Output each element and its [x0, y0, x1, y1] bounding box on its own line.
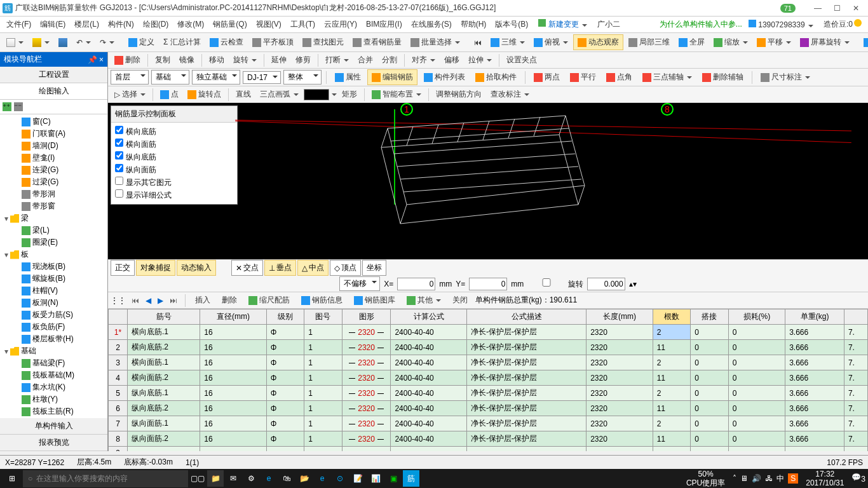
- cell[interactable]: 2320: [342, 340, 391, 355]
- cell[interactable]: 0: [691, 401, 729, 416]
- cell[interactable]: 2320: [342, 431, 391, 447]
- merge-button[interactable]: 合并: [354, 53, 377, 67]
- cell[interactable]: 3.666: [785, 386, 844, 401]
- stretch-button[interactable]: 拉伸: [465, 53, 496, 67]
- task-view[interactable]: ▢▢: [189, 470, 206, 487]
- offset-button[interactable]: 偏移: [440, 53, 463, 67]
- attr-button[interactable]: 属性: [331, 70, 365, 85]
- opt-vbot[interactable]: 纵向底筋: [114, 151, 234, 163]
- cell[interactable]: [653, 447, 691, 452]
- del-aux-button[interactable]: 删除辅轴: [698, 70, 747, 85]
- tree-slab-group[interactable]: ▾板: [1, 248, 106, 261]
- cell[interactable]: 0: [728, 431, 785, 447]
- cell[interactable]: 0: [691, 431, 729, 447]
- cell[interactable]: 2320: [587, 431, 653, 447]
- tree-ring[interactable]: 圈梁(E): [1, 236, 106, 248]
- mirror-button[interactable]: 镜像: [175, 53, 198, 67]
- table-row[interactable]: 4横向面筋.216Φ123202400-40-40净长-保护层-保护层23201…: [109, 370, 868, 386]
- insert-row-button[interactable]: 插入: [191, 293, 214, 308]
- tree-cast[interactable]: 现浇板(B): [1, 261, 106, 273]
- cell[interactable]: 2320: [587, 416, 653, 431]
- cell[interactable]: [304, 447, 342, 452]
- col-header[interactable]: 公式描述: [467, 309, 587, 325]
- cell[interactable]: 0: [728, 355, 785, 370]
- cell[interactable]: Φ: [266, 431, 304, 447]
- opt-detail[interactable]: 显示详细公式: [114, 189, 234, 201]
- tray-net-icon[interactable]: 🖧: [765, 474, 773, 483]
- pin-icon[interactable]: 📌 ×: [88, 55, 104, 64]
- cell[interactable]: 16: [200, 401, 267, 416]
- point-tool[interactable]: 点: [156, 87, 182, 102]
- cell[interactable]: 7.: [844, 431, 867, 447]
- tree-found-group[interactable]: ▾基础: [1, 345, 106, 357]
- cell[interactable]: Φ: [266, 386, 304, 401]
- close-button[interactable]: ✕: [846, 2, 865, 15]
- cell[interactable]: 6: [109, 401, 128, 416]
- cell[interactable]: 16: [200, 416, 267, 431]
- cell[interactable]: 0: [691, 340, 729, 355]
- three-aux-button[interactable]: 三点辅轴: [639, 70, 696, 85]
- menu-help[interactable]: 帮助(H): [457, 17, 491, 32]
- sum-button[interactable]: Σ 汇总计算: [159, 35, 205, 50]
- rotate-button[interactable]: 旋转: [229, 53, 261, 67]
- cell[interactable]: 1: [304, 355, 342, 370]
- edge[interactable]: e: [261, 470, 277, 487]
- cell[interactable]: 2400-40-40: [391, 416, 467, 431]
- cell[interactable]: 横向底筋.2: [128, 340, 200, 355]
- phone-number[interactable]: 13907298339: [743, 20, 818, 29]
- cell[interactable]: 纵向底筋.1: [128, 386, 200, 401]
- cell[interactable]: 0: [728, 340, 785, 355]
- cell[interactable]: 0: [728, 370, 785, 386]
- cell[interactable]: Φ: [266, 325, 304, 340]
- table-row[interactable]: 9: [109, 447, 868, 452]
- cell[interactable]: 3.666: [785, 416, 844, 431]
- col-header[interactable]: 长度(mm): [587, 309, 653, 325]
- cell[interactable]: 0: [691, 416, 729, 431]
- app2[interactable]: ✉: [225, 470, 241, 487]
- app4[interactable]: ⊙: [332, 470, 348, 487]
- undo-button[interactable]: ↶: [72, 36, 95, 49]
- tree-wallhole[interactable]: 墙洞(D): [1, 140, 106, 152]
- ime[interactable]: 中: [776, 473, 784, 484]
- cell[interactable]: 16: [200, 370, 267, 386]
- cell[interactable]: [467, 447, 587, 452]
- cell[interactable]: [342, 447, 391, 452]
- cell[interactable]: 净长-保护层-保护层: [467, 401, 587, 416]
- cell[interactable]: 2320: [587, 340, 653, 355]
- tree-window[interactable]: 窗(C): [1, 116, 106, 128]
- ime-s[interactable]: S: [788, 473, 798, 484]
- cell[interactable]: 11: [653, 401, 691, 416]
- table-row[interactable]: 6纵向底筋.216Φ123202400-40-40净长-保护层-保护层23201…: [109, 401, 868, 416]
- cell[interactable]: 2320: [587, 401, 653, 416]
- view-rebar-button[interactable]: 查看钢筋量: [349, 35, 405, 50]
- delete-button[interactable]: 删除: [111, 53, 144, 67]
- tree-ribbonwin[interactable]: 带形窗: [1, 200, 106, 212]
- store[interactable]: 🛍: [278, 470, 295, 487]
- cell[interactable]: 净长-保护层-保护层: [467, 340, 587, 355]
- last-button[interactable]: ⏭: [168, 296, 179, 305]
- category-combo[interactable]: 基础: [151, 70, 189, 85]
- ie[interactable]: e: [314, 470, 330, 487]
- cell[interactable]: 16: [200, 355, 267, 370]
- pick-button[interactable]: 拾取构件: [471, 70, 520, 85]
- hint-text[interactable]: 为什么单构件输入中参...: [660, 19, 742, 30]
- threed-button[interactable]: 三维: [487, 35, 529, 50]
- maximize-button[interactable]: ☐: [827, 2, 846, 15]
- cell[interactable]: 0: [691, 355, 729, 370]
- cell[interactable]: 2320: [342, 401, 391, 416]
- cell[interactable]: 7.: [844, 340, 867, 355]
- menu-rebar[interactable]: 钢筋量(Q): [209, 17, 250, 32]
- tree-doorwindow[interactable]: 门联窗(A): [1, 128, 106, 140]
- cell[interactable]: Φ: [266, 401, 304, 416]
- cell[interactable]: Φ: [266, 340, 304, 355]
- cell[interactable]: 11: [653, 370, 691, 386]
- table-row[interactable]: 2横向底筋.216Φ123202400-40-40净长-保护层-保护层23201…: [109, 340, 868, 355]
- opt-vtop[interactable]: 纵向面筋: [114, 163, 234, 176]
- cell[interactable]: 8: [109, 431, 128, 447]
- cell[interactable]: 2320: [587, 325, 653, 340]
- cell[interactable]: 2: [653, 355, 691, 370]
- opt-hbot[interactable]: 横向底筋: [114, 125, 234, 138]
- scale-button[interactable]: 缩尺配筋: [245, 293, 294, 308]
- trim-button[interactable]: 修剪: [292, 53, 315, 67]
- tree-spiral[interactable]: 螺旋板(B): [1, 273, 106, 285]
